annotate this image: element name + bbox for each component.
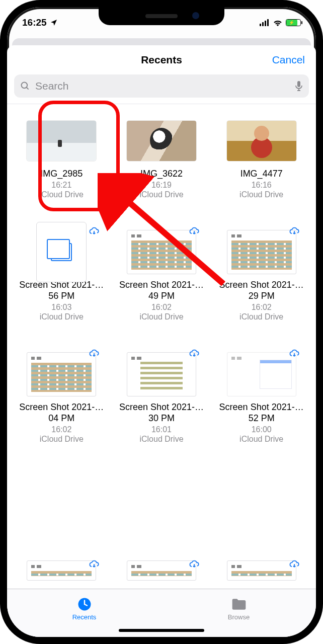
file-time: 16:02 bbox=[151, 303, 172, 312]
file-item[interactable]: IMG_2985 16:21 iCloud Drive bbox=[14, 116, 109, 199]
nav-bar: Recents Cancel bbox=[7, 45, 316, 74]
clock-icon bbox=[77, 597, 92, 612]
file-name: IMG_2985 bbox=[40, 169, 83, 180]
file-time: 16:02 bbox=[252, 303, 272, 312]
file-thumbnail bbox=[227, 560, 296, 581]
file-thumbnail bbox=[127, 230, 196, 274]
file-item[interactable]: Screen Shot 2021-…04 PM 16:02 iCloud Dri… bbox=[14, 350, 109, 444]
file-time: 16:19 bbox=[151, 181, 172, 190]
file-name: Screen Shot 2021-…56 PM bbox=[16, 280, 107, 302]
file-time: 16:01 bbox=[151, 425, 172, 434]
search-icon bbox=[20, 81, 30, 91]
folder-icon bbox=[231, 597, 247, 612]
file-thumbnail bbox=[27, 560, 96, 581]
file-location: iCloud Drive bbox=[40, 190, 84, 199]
page-title: Recents bbox=[141, 54, 182, 66]
cloud-download-icon bbox=[288, 558, 300, 571]
home-indicator[interactable] bbox=[119, 629, 204, 632]
file-thumbnail bbox=[36, 222, 87, 282]
device-notch bbox=[99, 7, 224, 25]
file-thumbnail bbox=[227, 230, 296, 274]
battery-icon: ⚡ bbox=[286, 19, 301, 26]
dictation-icon[interactable] bbox=[295, 80, 303, 92]
cloud-download-icon bbox=[88, 225, 100, 237]
file-item[interactable]: IMG_4477 16:16 iCloud Drive bbox=[214, 116, 309, 199]
file-location: iCloud Drive bbox=[139, 190, 183, 199]
svg-rect-0 bbox=[260, 24, 261, 26]
file-item[interactable]: Screen Shot 2021-…49 PM 16:02 iCloud Dri… bbox=[114, 227, 209, 321]
file-location: iCloud Drive bbox=[40, 435, 84, 444]
file-thumbnail bbox=[127, 560, 196, 581]
cloud-download-icon bbox=[188, 225, 200, 237]
file-name: Screen Shot 2021-…30 PM bbox=[116, 402, 207, 424]
file-time: 16:16 bbox=[252, 181, 272, 190]
file-item[interactable]: Screen Shot 2021-…56 PM 16:03 iCloud Dri… bbox=[14, 227, 109, 321]
cloud-download-icon bbox=[88, 558, 100, 571]
file-location: iCloud Drive bbox=[239, 312, 283, 321]
wifi-icon bbox=[273, 19, 283, 26]
file-name: Screen Shot 2021-…52 PM bbox=[216, 402, 307, 424]
file-grid-overflow bbox=[14, 560, 309, 581]
file-location: iCloud Drive bbox=[139, 435, 183, 444]
cancel-button[interactable]: Cancel bbox=[272, 54, 305, 66]
tab-label: Recents bbox=[72, 613, 97, 621]
svg-line-5 bbox=[27, 88, 29, 90]
search-input[interactable] bbox=[34, 79, 291, 93]
file-thumbnail bbox=[27, 352, 96, 396]
cellular-icon bbox=[260, 19, 270, 26]
file-name: Screen Shot 2021-…29 PM bbox=[216, 280, 307, 302]
file-thumbnail bbox=[227, 352, 296, 396]
search-field[interactable] bbox=[14, 74, 309, 98]
cloud-download-icon bbox=[188, 558, 200, 571]
status-time: 16:25 bbox=[22, 17, 47, 28]
file-name: Screen Shot 2021-…04 PM bbox=[16, 402, 107, 424]
svg-rect-3 bbox=[267, 19, 269, 26]
svg-point-4 bbox=[22, 83, 28, 89]
cloud-download-icon bbox=[188, 348, 200, 360]
phone-frame: 16:25 ⚡ Recents Cancel IMG_2985 1 bbox=[0, 0, 323, 644]
file-location: iCloud Drive bbox=[239, 435, 283, 444]
file-time: 16:21 bbox=[51, 181, 71, 190]
svg-rect-1 bbox=[262, 22, 264, 26]
file-thumbnail bbox=[127, 121, 196, 161]
tab-label: Browse bbox=[228, 613, 250, 621]
tab-recents[interactable]: Recents bbox=[7, 589, 162, 628]
file-location: iCloud Drive bbox=[239, 190, 283, 199]
file-location: iCloud Drive bbox=[40, 312, 84, 321]
file-thumbnail bbox=[227, 121, 296, 161]
file-time: 16:02 bbox=[51, 425, 71, 434]
file-item[interactable]: Screen Shot 2021-…52 PM 16:00 iCloud Dri… bbox=[214, 350, 309, 444]
file-item[interactable]: IMG_3622 16:19 iCloud Drive bbox=[114, 116, 209, 199]
file-picker-sheet: Recents Cancel IMG_2985 16:21 iCloud Dri… bbox=[7, 45, 316, 637]
file-name: Screen Shot 2021-…49 PM bbox=[116, 280, 207, 302]
location-icon bbox=[50, 19, 58, 27]
file-time: 16:00 bbox=[252, 425, 272, 434]
file-name: IMG_3622 bbox=[140, 169, 183, 180]
file-thumbnail bbox=[27, 121, 96, 161]
cloud-download-icon bbox=[88, 348, 100, 360]
file-time: 16:03 bbox=[51, 303, 71, 312]
tab-browse[interactable]: Browse bbox=[162, 589, 316, 628]
cloud-download-icon bbox=[288, 348, 300, 360]
svg-rect-6 bbox=[297, 81, 300, 87]
file-thumbnail bbox=[127, 352, 196, 396]
cloud-download-icon bbox=[288, 225, 300, 237]
file-grid[interactable]: IMG_2985 16:21 iCloud Drive IMG_3622 16:… bbox=[7, 104, 316, 589]
file-item[interactable]: Screen Shot 2021-…29 PM 16:02 iCloud Dri… bbox=[214, 227, 309, 321]
file-location: iCloud Drive bbox=[139, 312, 183, 321]
file-name: IMG_4477 bbox=[240, 169, 283, 180]
svg-rect-2 bbox=[265, 21, 266, 26]
file-item[interactable]: Screen Shot 2021-…30 PM 16:01 iCloud Dri… bbox=[114, 350, 209, 444]
